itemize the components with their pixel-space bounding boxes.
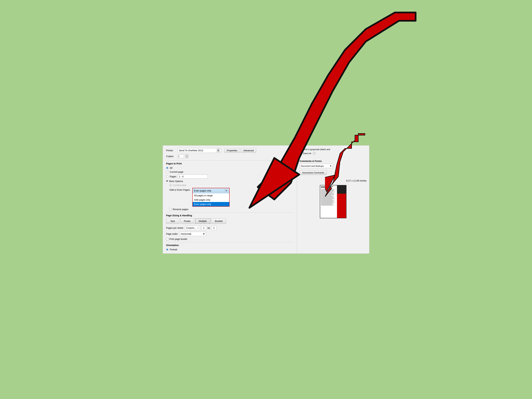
print-grayscale-row: Print in grayscale (black and	[300, 148, 330, 151]
printer-select[interactable]: Send To OneNote 2013 ▼	[178, 148, 221, 153]
pages-input[interactable]	[178, 175, 208, 178]
more-options-header[interactable]: More Options	[166, 180, 293, 183]
right-section-title: Comments & Forms	[300, 160, 322, 162]
current-view-row: Current view	[169, 184, 293, 187]
header-buttons: Properties Advanced	[224, 148, 256, 153]
print-grayscale-label: Print in grayscale (black and	[303, 148, 330, 151]
summarize-comments-button[interactable]: Summarize Comments	[300, 171, 327, 175]
save-ink-row: Save ink i	[300, 152, 330, 155]
dropdown-selected-text: Even pages only	[194, 189, 224, 192]
reverse-pages-checkbox[interactable]	[169, 208, 172, 210]
current-view-label: Current view	[173, 184, 186, 187]
page-order-value: Horizontal	[181, 233, 203, 235]
current-page-label: Current page	[170, 171, 183, 173]
page-order-label: Page order:	[166, 233, 178, 235]
right-panel: Print in grayscale (black and Save ink i…	[297, 146, 369, 253]
current-view-radio[interactable]	[169, 184, 172, 186]
pages-per-sheet-value2[interactable]	[211, 226, 216, 230]
portrait-radio[interactable]	[166, 248, 168, 251]
odd-even-label: Odd or Even Pages:	[169, 188, 190, 191]
multiple-button[interactable]: Multiple	[195, 218, 210, 224]
reverse-pages-row: Reverse pages	[169, 208, 293, 211]
booklet-button[interactable]: Booklet	[211, 218, 226, 224]
advanced-button[interactable]: Advanced	[241, 148, 256, 153]
properties-button[interactable]: Properties	[224, 148, 240, 153]
right-dropdown-row: Document and Markups ▼	[300, 164, 333, 168]
print-border-row: Print page border	[166, 238, 293, 241]
print-border-label: Print page border	[169, 238, 187, 241]
current-page-radio[interactable]	[166, 171, 168, 173]
right-forms-value: Document and Markups	[301, 165, 329, 167]
sizing-buttons-row: Size Poster Multiple Booklet	[166, 218, 293, 224]
current-page-row: Current page	[166, 171, 293, 173]
custom-select[interactable]: Custom... ▼	[185, 226, 200, 230]
copies-row: Copies: ▲ ▼	[166, 154, 293, 158]
dropdown-option-all[interactable]: All pages in range	[193, 193, 229, 198]
more-options-title: More Options	[169, 180, 183, 183]
printer-dropdown-arrow[interactable]: ▼	[217, 149, 220, 152]
info-icon: i	[313, 152, 316, 155]
portrait-label: Portrait	[170, 248, 177, 251]
printer-select-text: Send To OneNote 2013	[179, 149, 217, 152]
left-panel: Printer: Send To OneNote 2013 ▼ Properti…	[163, 146, 297, 253]
preview-thumbnail	[320, 185, 347, 218]
divider-1	[166, 160, 293, 161]
poster-button[interactable]: Poster	[180, 218, 194, 224]
all-pages-radio[interactable]	[166, 167, 168, 169]
divider-3	[166, 242, 293, 242]
page-order-select[interactable]: Horizontal ▼	[180, 232, 206, 236]
odd-even-row: Odd or Even Pages: Even pages only ▼ All…	[169, 188, 293, 207]
dropdown-selected[interactable]: Even pages only ▼	[193, 188, 229, 193]
all-pages-row: All	[166, 167, 293, 169]
pages-to-print-title: Pages to Print	[166, 162, 293, 165]
right-checkboxes: Print in grayscale (black and Save ink i	[300, 148, 330, 155]
page-order-arrow: ▼	[203, 233, 205, 235]
sizing-buttons: Size Poster Multiple Booklet	[166, 218, 226, 224]
copies-label: Copies:	[166, 155, 176, 158]
dropdown-options: All pages in range Odd pages only Even p…	[193, 193, 229, 206]
by-label: by	[208, 227, 210, 229]
print-border-checkbox[interactable]	[166, 238, 168, 240]
dimensions-text: 8.27 x 11.69 Inches	[300, 179, 367, 182]
preview-image-area	[337, 185, 346, 218]
outer-container: Printer: Send To OneNote 2013 ▼ Properti…	[160, 142, 372, 257]
save-ink-label: Save ink	[303, 152, 311, 155]
more-options-content: Current view Odd or Even Pages: Even pag…	[166, 184, 293, 211]
pages-per-sheet-row: Pages per sheet: Custom... ▼ by	[166, 226, 293, 230]
preview-red-area	[337, 194, 346, 218]
spin-up-button[interactable]: ▲	[185, 155, 188, 156]
preview-black-area	[337, 185, 346, 194]
printer-row: Printer: Send To OneNote 2013 ▼ Properti…	[166, 148, 293, 153]
portrait-row: Portrait	[166, 248, 293, 251]
preview-content	[320, 185, 346, 218]
page-order-row: Page order: Horizontal ▼	[166, 232, 293, 236]
print-dialog: Printer: Send To OneNote 2013 ▼ Properti…	[163, 145, 369, 254]
orientation-title: Orientation:	[166, 244, 293, 247]
pages-radio[interactable]	[166, 175, 168, 178]
printer-label: Printer:	[166, 149, 176, 152]
spin-buttons: ▲ ▼	[185, 154, 188, 158]
pages-per-sheet-value1[interactable]	[201, 226, 206, 230]
custom-select-text: Custom...	[186, 227, 197, 229]
reverse-pages-label: Reverse pages	[173, 208, 188, 211]
spin-down-button[interactable]: ▼	[185, 156, 188, 158]
custom-select-arrow: ▼	[197, 227, 199, 229]
pages-label: Pages	[170, 175, 176, 178]
print-grayscale-checkbox[interactable]	[300, 148, 302, 151]
page-sizing-title: Page Sizing & Handling	[166, 214, 293, 217]
preview-text-area	[320, 185, 337, 218]
orientation-section: Orientation: Portrait	[166, 244, 293, 251]
right-forms-arrow: ▼	[329, 165, 332, 167]
dropdown-arrow-btn[interactable]: ▼	[225, 189, 228, 192]
copies-input[interactable]	[177, 154, 184, 158]
pages-row: Pages	[166, 175, 293, 178]
pages-per-sheet-label: Pages per sheet:	[166, 227, 184, 229]
right-forms-select[interactable]: Document and Markups ▼	[300, 164, 333, 168]
save-ink-checkbox[interactable]	[300, 152, 302, 154]
size-button[interactable]: Size	[166, 218, 179, 224]
dropdown-option-even[interactable]: Even pages only	[193, 202, 229, 206]
all-pages-label: All	[170, 167, 172, 169]
more-options-triangle	[166, 181, 168, 182]
odd-even-dropdown[interactable]: Even pages only ▼ All pages in range Odd…	[192, 188, 230, 207]
dropdown-option-odd[interactable]: Odd pages only	[193, 198, 229, 202]
